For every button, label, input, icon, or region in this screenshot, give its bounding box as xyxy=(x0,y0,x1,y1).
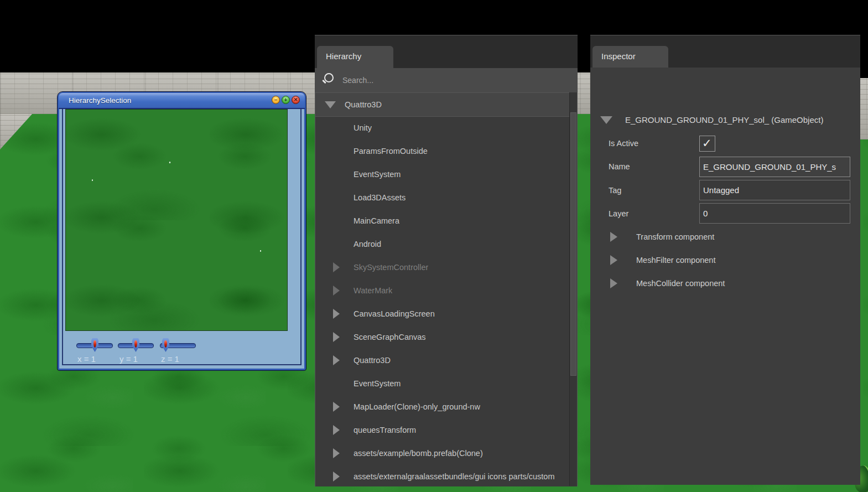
tree-item-label: ParamsFromOutside xyxy=(354,139,428,163)
tree-item-label: EventSystem xyxy=(354,163,401,186)
game-viewport: HierarchySelection – + ✕ x = 1 y = 1 z =… xyxy=(0,0,868,492)
tree-item-load3dassets[interactable]: Load3DAssets xyxy=(315,186,569,209)
expand-down-icon[interactable] xyxy=(325,101,336,108)
tree-item-maploader[interactable]: MapLoader(Clone)-only_ground-nw xyxy=(315,395,569,418)
tab-inspector[interactable]: Inspector xyxy=(592,46,668,68)
tree-item-label: SceneGraphCanvas xyxy=(354,325,426,349)
tree-item-unity[interactable]: Unity xyxy=(315,116,569,139)
window-controls: – + ✕ xyxy=(272,96,300,104)
expand-right-icon[interactable] xyxy=(610,255,617,265)
meshcollider-component-row[interactable]: MeshCollider component xyxy=(590,272,860,295)
tree-item-android[interactable]: Android xyxy=(315,232,569,256)
z-slider-track[interactable] xyxy=(160,343,196,348)
transform-component-row[interactable]: Transform component xyxy=(590,225,860,248)
component-label: Transform component xyxy=(636,225,714,248)
tree-item-queuestransform[interactable]: queuesTransform xyxy=(315,418,569,442)
search-input[interactable] xyxy=(341,71,554,89)
tree-item-skysystemcontroller[interactable]: SkySystemController xyxy=(315,256,569,279)
tree-item-label: Unity xyxy=(354,116,372,139)
tab-hierarchy-label: Hierarchy xyxy=(317,46,393,61)
tree-item-quattro3d[interactable]: Quattro3D xyxy=(315,93,569,116)
y-slider-label: y = 1 xyxy=(119,354,138,364)
window-title: HierarchySelection xyxy=(69,93,131,108)
expand-right-icon[interactable] xyxy=(333,472,340,481)
tree-item-paramsfromoutside[interactable]: ParamsFromOutside xyxy=(315,139,569,163)
tag-field[interactable] xyxy=(699,180,850,200)
tab-hierarchy[interactable]: Hierarchy xyxy=(317,46,393,68)
search-bar xyxy=(315,68,578,92)
tree-item-bomb-prefab[interactable]: assets/example/bomb.prefab(Clone) xyxy=(315,442,569,465)
x-slider-label: x = 1 xyxy=(77,354,96,364)
component-label: MeshCollider component xyxy=(636,272,725,295)
tree-item-quattro3d-2[interactable]: Quattro3D xyxy=(315,349,569,372)
minimize-button[interactable]: – xyxy=(272,96,280,104)
hierarchy-scrollbar-thumb[interactable] xyxy=(570,112,576,376)
name-label: Name xyxy=(609,155,630,178)
tree-item-canvasloadingscreen[interactable]: CanvasLoadingScreen xyxy=(315,302,569,325)
tree-item-label: Android xyxy=(354,232,381,256)
tree-item-label: CanvasLoadingScreen xyxy=(354,302,435,325)
tab-inspector-label: Inspector xyxy=(592,46,668,61)
tree-item-scenegraphcanvas[interactable]: SceneGraphCanvas xyxy=(315,325,569,349)
layer-label: Layer xyxy=(609,202,628,225)
hierarchy-scrollbar[interactable] xyxy=(569,92,577,486)
hierarchy-panel: Hierarchy Quattro3D Unity ParamsFromOuts… xyxy=(315,35,578,486)
is-active-checkbox[interactable] xyxy=(699,136,715,152)
expand-right-icon[interactable] xyxy=(333,355,340,365)
component-label: MeshFilter component xyxy=(636,248,715,272)
expand-right-icon[interactable] xyxy=(610,278,617,288)
tree-item-label: Load3DAssets xyxy=(354,186,406,209)
tree-item-label: Quattro3D xyxy=(345,93,382,116)
meshfilter-component-row[interactable]: MeshFilter component xyxy=(590,248,860,272)
window-titlebar[interactable]: HierarchySelection – + ✕ xyxy=(59,93,305,109)
gameobject-header[interactable]: E_GROUND_GROUND_01_PHY_sol_ (GameObject) xyxy=(590,108,860,132)
hierarchy-tree: Quattro3D Unity ParamsFromOutside EventS… xyxy=(315,92,578,486)
inspector-panel: Inspector E_GROUND_GROUND_01_PHY_sol_ (G… xyxy=(590,35,860,484)
tree-item-label: assets/externalgraalassetbundles/gui ico… xyxy=(354,465,555,486)
tag-label: Tag xyxy=(609,179,621,202)
selection-preview-image xyxy=(65,109,288,331)
expand-right-icon[interactable] xyxy=(333,402,340,412)
gameobject-header-label: E_GROUND_GROUND_01_PHY_sol_ (GameObject) xyxy=(625,108,823,132)
layer-field[interactable] xyxy=(699,203,850,224)
tree-item-label: Quattro3D xyxy=(354,349,391,372)
hierarchy-selection-window: HierarchySelection – + ✕ x = 1 y = 1 z =… xyxy=(58,92,306,370)
expand-right-icon[interactable] xyxy=(333,309,340,319)
name-field[interactable] xyxy=(699,157,850,177)
tree-item-label: MapLoader(Clone)-only_ground-nw xyxy=(354,395,480,418)
expand-right-icon[interactable] xyxy=(333,262,340,272)
tree-item-label: assets/example/bomb.prefab(Clone) xyxy=(354,442,483,465)
tree-item-label: queuesTransform xyxy=(354,418,416,442)
tree-item-label: WaterMark xyxy=(354,279,392,302)
expand-right-icon[interactable] xyxy=(333,332,340,342)
tree-item-maincamera[interactable]: MainCamera xyxy=(315,209,569,232)
tree-item-label: EventSystem xyxy=(354,372,401,395)
z-slider-label: z = 1 xyxy=(161,354,179,364)
search-icon xyxy=(324,73,334,82)
inspector-content: E_GROUND_GROUND_01_PHY_sol_ (GameObject)… xyxy=(590,68,860,485)
maximize-button[interactable]: + xyxy=(282,96,290,104)
tree-item-watermark[interactable]: WaterMark xyxy=(315,279,569,302)
tree-item-eventsystem[interactable]: EventSystem xyxy=(315,163,569,186)
expand-right-icon[interactable] xyxy=(333,448,340,458)
x-slider-track[interactable] xyxy=(76,343,113,348)
expand-right-icon[interactable] xyxy=(333,286,340,296)
is-active-label: Is Active xyxy=(609,132,638,155)
expand-right-icon[interactable] xyxy=(333,425,340,435)
tree-item-gui-icons-parts[interactable]: assets/externalgraalassetbundles/gui ico… xyxy=(315,465,569,486)
tree-item-label: SkySystemController xyxy=(354,256,428,279)
y-slider-track[interactable] xyxy=(118,343,154,348)
expand-right-icon[interactable] xyxy=(610,232,617,242)
expand-down-icon[interactable] xyxy=(600,116,612,124)
close-button[interactable]: ✕ xyxy=(292,96,300,104)
tree-item-eventsystem-2[interactable]: EventSystem xyxy=(315,372,569,395)
tree-item-label: MainCamera xyxy=(354,209,399,232)
